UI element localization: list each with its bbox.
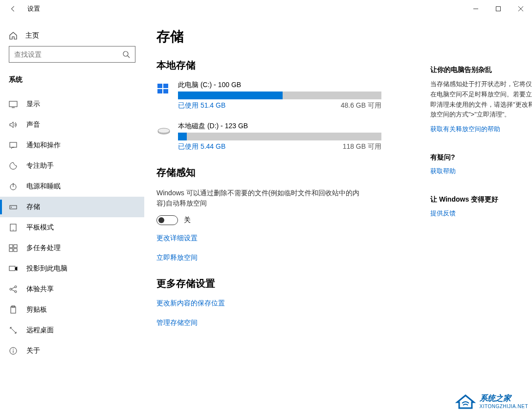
link-change-settings[interactable]: 更改详细设置	[156, 234, 381, 243]
sidebar-item-remote[interactable]: 远程桌面	[0, 320, 144, 341]
sidebar-item-tablet[interactable]: 平板模式	[0, 217, 144, 238]
sidebar-item-project[interactable]: 投影到此电脑	[0, 258, 144, 279]
drive-used: 已使用 51.4 GB	[178, 101, 225, 110]
svg-rect-21	[157, 84, 162, 88]
drive-row-c[interactable]: 此电脑 (C:) - 100 GB 已使用 51.4 GB 48.6 GB 可用	[156, 81, 381, 110]
toggle-label: 关	[184, 216, 191, 225]
sidebar-item-label: 平板模式	[26, 223, 54, 232]
right-sec1-title: 让你的电脑告别杂乱	[430, 66, 532, 74]
sound-icon	[9, 120, 18, 129]
right-sec1-link[interactable]: 获取有关释放空间的帮助	[430, 125, 532, 134]
sidebar-item-label: 多任务处理	[26, 244, 61, 252]
sidebar-item-label: 远程桌面	[26, 326, 54, 335]
svg-rect-3	[10, 142, 17, 147]
main-content: 存储 本地存储 此电脑 (C:) - 100 GB 已使用 51.4 GB 48…	[144, 18, 532, 413]
link-free-now[interactable]: 立即释放空间	[156, 253, 381, 262]
back-button[interactable]	[9, 4, 18, 13]
sidebar-item-sound[interactable]: 声音	[0, 115, 144, 135]
sidebar-item-storage[interactable]: 存储	[0, 197, 144, 217]
sidebar-item-notifications[interactable]: 通知和操作	[0, 135, 144, 156]
watermark: 系统之家 XITONGZHIJIA.NET	[455, 392, 529, 410]
sidebar-item-label: 存储	[26, 203, 40, 211]
about-icon	[9, 346, 18, 355]
sidebar-item-label: 投影到此电脑	[26, 264, 67, 273]
sidebar-item-multitask[interactable]: 多任务处理	[0, 238, 144, 258]
watermark-url: XITONGZHIJIA.NET	[480, 404, 529, 409]
storage-sense-toggle[interactable]	[156, 215, 178, 225]
sidebar-item-focus[interactable]: 专注助手	[0, 156, 144, 176]
drive-windows-icon	[156, 83, 171, 96]
sidebar-category: 系统	[0, 69, 144, 90]
notification-icon	[9, 141, 18, 150]
watermark-title: 系统之家	[480, 393, 529, 404]
svg-rect-13	[9, 266, 15, 271]
svg-rect-9	[9, 245, 13, 248]
storage-icon	[9, 203, 18, 211]
sidebar-item-power[interactable]: 电源和睡眠	[0, 176, 144, 197]
drive-row-d[interactable]: 本地磁盘 (D:) - 123 GB 已使用 5.44 GB 118 GB 可用	[156, 122, 381, 151]
sidebar-item-label: 体验共享	[26, 285, 54, 294]
svg-point-26	[158, 128, 170, 133]
progress-bar	[178, 92, 381, 99]
sidebar-item-label: 电源和睡眠	[26, 182, 61, 191]
svg-point-14	[10, 288, 12, 290]
right-sidebar: 让你的电脑告别杂乱 当存储感知处于打开状态时，它将仅在电脑空间不足时释放空间。若…	[430, 27, 532, 413]
sidebar-item-about[interactable]: 关于	[0, 341, 144, 361]
search-icon	[122, 50, 130, 58]
sidebar-item-label: 通知和操作	[26, 141, 61, 150]
page-title: 存储	[156, 27, 381, 46]
watermark-logo-icon	[455, 392, 476, 410]
svg-point-6	[11, 207, 12, 208]
right-sec3-link[interactable]: 提供反馈	[430, 209, 532, 218]
sidebar-item-label: 专注助手	[26, 161, 54, 170]
more-settings-title: 更多存储设置	[156, 277, 381, 290]
project-icon	[9, 264, 18, 273]
drive-name: 此电脑 (C:) - 100 GB	[178, 81, 381, 90]
close-button[interactable]	[510, 0, 532, 18]
svg-rect-10	[14, 245, 17, 248]
sidebar-item-shared[interactable]: 体验共享	[0, 279, 144, 299]
right-sec2-title: 有疑问?	[430, 153, 532, 162]
svg-point-15	[15, 286, 17, 288]
svg-rect-12	[14, 249, 17, 252]
svg-rect-0	[496, 7, 501, 11]
svg-point-8	[13, 229, 14, 230]
drive-free: 118 GB 可用	[343, 142, 381, 151]
right-sec1-text: 当存储感知处于打开状态时，它将仅在电脑空间不足时释放空间。若要立即清理未使用的文…	[430, 79, 532, 120]
clipboard-icon	[9, 305, 18, 314]
storage-sense-title: 存储感知	[156, 166, 381, 179]
home-label: 主页	[25, 31, 39, 40]
maximize-button[interactable]	[487, 0, 510, 18]
focus-icon	[9, 161, 18, 170]
link-save-location[interactable]: 更改新内容的保存位置	[156, 299, 381, 308]
svg-rect-17	[11, 307, 16, 313]
right-sec3-title: 让 Windows 变得更好	[430, 195, 532, 204]
power-icon	[9, 182, 18, 191]
titlebar: 设置	[0, 0, 532, 18]
share-icon	[9, 285, 18, 294]
sidebar-item-label: 剪贴板	[26, 305, 47, 314]
progress-bar	[178, 133, 381, 140]
sidebar-item-clipboard[interactable]: 剪贴板	[0, 299, 144, 320]
drive-name: 本地磁盘 (D:) - 123 GB	[178, 122, 381, 131]
home-icon	[9, 31, 18, 40]
search-box[interactable]	[9, 46, 135, 63]
remote-icon	[9, 326, 18, 335]
svg-rect-24	[163, 89, 168, 93]
svg-rect-11	[9, 249, 13, 252]
svg-rect-2	[9, 101, 17, 107]
display-icon	[9, 100, 18, 109]
multitask-icon	[9, 244, 18, 252]
app-title: 设置	[27, 4, 40, 13]
home-nav[interactable]: 主页	[0, 27, 144, 46]
svg-point-16	[15, 291, 17, 293]
right-sec2-link[interactable]: 获取帮助	[430, 167, 532, 176]
sidebar-item-label: 显示	[26, 100, 40, 109]
search-input[interactable]	[14, 50, 122, 58]
minimize-button[interactable]	[465, 0, 487, 18]
storage-sense-desc: Windows 可以通过删除不需要的文件(例如临时文件和回收站中的内容)自动释放…	[156, 188, 367, 208]
tablet-icon	[9, 223, 18, 232]
local-storage-title: 本地存储	[156, 59, 381, 72]
sidebar-item-display[interactable]: 显示	[0, 94, 144, 115]
link-manage-storage[interactable]: 管理存储空间	[156, 319, 381, 327]
